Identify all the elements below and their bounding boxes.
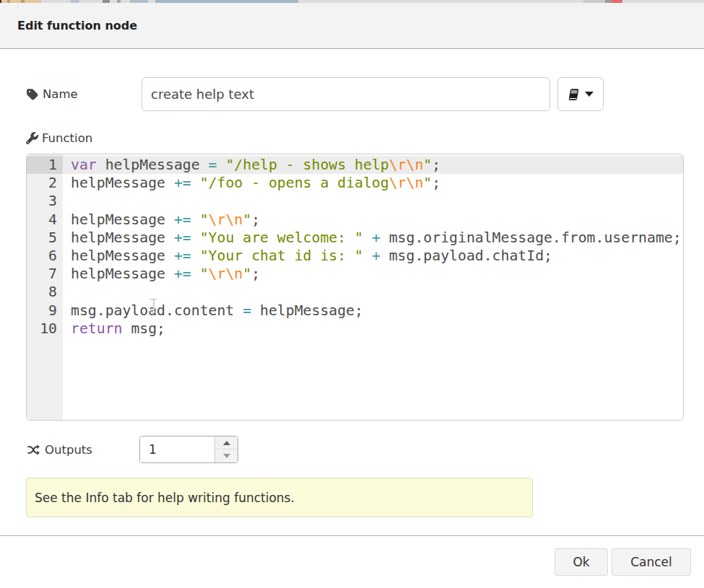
spinner-up-button[interactable] (215, 436, 238, 449)
outputs-label-text: Outputs (45, 443, 92, 457)
outputs-input[interactable] (140, 436, 215, 462)
editor-code[interactable]: var helpMessage = "/help - shows help\r\… (63, 154, 683, 420)
code-line[interactable]: var helpMessage = "/help - shows help\r\… (63, 156, 683, 174)
gutter-line-number: 1 (27, 156, 63, 174)
code-line[interactable] (63, 192, 683, 210)
code-line[interactable]: helpMessage += "\r\n"; (63, 211, 683, 229)
mouse-ibeam-cursor (150, 299, 157, 312)
caret-down-icon (585, 92, 594, 97)
gutter-line-number: 9 (27, 302, 63, 320)
book-icon (568, 87, 581, 102)
gutter-line-number: 7 (27, 265, 63, 283)
outputs-spinner (139, 436, 238, 463)
name-label: Name (26, 77, 78, 111)
editor-gutter: 12345678910 (27, 154, 63, 420)
info-tip-text: See the Info tab for help writing functi… (35, 491, 295, 505)
gutter-line-number: 5 (27, 229, 63, 247)
spinner-down-button[interactable] (215, 449, 238, 462)
arrow-down-icon (223, 454, 230, 458)
gutter-line-number: 6 (27, 247, 63, 265)
arrow-up-icon (223, 441, 230, 445)
gutter-line-number: 10 (27, 320, 63, 338)
tag-icon (26, 88, 39, 101)
gutter-line-number: 3 (27, 192, 63, 210)
code-line[interactable]: helpMessage += "/foo - opens a dialog\r\… (63, 174, 683, 192)
name-input[interactable] (142, 77, 550, 111)
code-line[interactable]: return msg; (63, 320, 683, 338)
spinner-buttons (214, 436, 238, 462)
cancel-button[interactable]: Cancel (612, 548, 691, 576)
code-line[interactable]: helpMessage += "\r\n"; (63, 265, 683, 283)
gutter-line-number: 4 (27, 211, 63, 229)
dialog-title: Edit function node (0, 3, 704, 48)
ok-button[interactable]: Ok (555, 548, 608, 576)
function-label: Function (26, 130, 92, 146)
library-button[interactable] (557, 77, 604, 111)
info-tip: See the Info tab for help writing functi… (26, 478, 533, 517)
code-line[interactable]: helpMessage += "Your chat id is: " + msg… (63, 247, 683, 265)
footer-divider (0, 535, 704, 536)
wrench-icon (26, 132, 38, 144)
outputs-label: Outputs (26, 436, 92, 463)
code-line[interactable]: helpMessage += "You are welcome: " + msg… (63, 229, 683, 247)
gutter-line-number: 8 (27, 283, 63, 301)
dialog-header: Edit function node (0, 3, 704, 49)
function-label-text: Function (42, 131, 92, 145)
shuffle-icon (26, 444, 41, 456)
code-editor[interactable]: 12345678910 var helpMessage = "/help - s… (26, 154, 684, 421)
name-label-text: Name (43, 87, 78, 101)
gutter-line-number: 2 (27, 174, 63, 192)
